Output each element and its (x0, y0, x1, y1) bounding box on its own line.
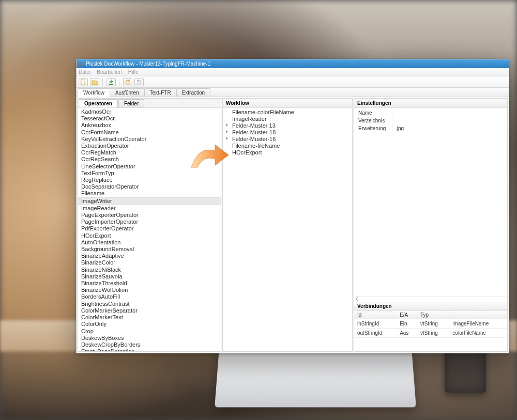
table-header[interactable]: E/A (397, 311, 417, 319)
caret-right-icon[interactable] (226, 123, 228, 127)
list-item[interactable]: BinarizeThreshold (78, 280, 221, 287)
list-item[interactable]: KeyValExtractionOperator (78, 136, 221, 143)
new-file-icon[interactable] (79, 78, 88, 86)
tabstrip: Workflow Ausführen Text-FTR Extraction (77, 88, 509, 97)
list-item[interactable]: DeskewByBoxes (78, 335, 221, 341)
save-icon[interactable] (107, 78, 116, 86)
tab-workflow[interactable]: Workflow (78, 88, 110, 97)
table-header[interactable]: Typ (417, 311, 449, 319)
list-item[interactable]: DocSeparatorOperator (78, 183, 221, 190)
operators-list[interactable]: KadmosOcrTesseractOcrAnkreuzboxOcrFormNa… (78, 108, 221, 351)
settings-grid: NameVerzeichnisErweiterung.jpg (354, 108, 507, 204)
subtab-operatoren[interactable]: Operatoren (79, 99, 118, 107)
svg-rect-2 (109, 84, 113, 85)
list-item[interactable]: LineSelectorOperator (78, 163, 221, 170)
list-item[interactable]: ColorMarkerText (78, 314, 221, 321)
list-item[interactable]: Filename (78, 190, 221, 197)
list-item[interactable]: PdfExporterOperator (78, 225, 221, 232)
undo-icon[interactable] (123, 78, 132, 86)
workflow-header: Workflow (223, 99, 352, 108)
list-item[interactable]: EmptyPageDetection (78, 348, 221, 351)
table-row[interactable]: inStringIdEinvtStringimageFileName (354, 319, 507, 329)
list-item[interactable]: BinarizeAdaptive (78, 253, 221, 259)
list-item[interactable]: ExtractionOperator (78, 143, 221, 149)
list-item[interactable]: OcrRegSearch (78, 156, 221, 163)
tree-item[interactable]: Filename-colorFileName (223, 109, 352, 116)
menubar: Datei Bearbeiten Hilfe (77, 68, 509, 76)
caret-right-icon[interactable] (226, 130, 228, 133)
list-item[interactable]: AutoOrientation (78, 239, 221, 246)
window-title: Plustek DocWorkflow - Muster13-TypingFR-… (86, 61, 210, 67)
settings-header: Einstellungen (354, 99, 507, 108)
subtab-felder[interactable]: Felder (118, 99, 144, 107)
list-item[interactable]: ImageReader (78, 205, 221, 212)
list-item[interactable]: PageExporterOperator (78, 212, 221, 219)
list-item[interactable]: BinarizeColor (78, 259, 221, 266)
menu-hilfe[interactable]: Hilfe (128, 69, 139, 75)
list-item[interactable]: DeskewCropByBorders (78, 341, 221, 348)
setting-row[interactable]: Name (354, 109, 507, 117)
list-item[interactable]: KadmosOcr (78, 108, 221, 115)
tree-item[interactable]: ImageReader (223, 116, 352, 122)
right-panel: Einstellungen NameVerzeichnisErweiterung… (354, 98, 508, 352)
tree-item[interactable]: Felder-Muster 13 (223, 122, 352, 129)
list-item[interactable]: BinarizeWolfJolion (78, 287, 221, 293)
list-item[interactable]: BackgroundRemoval (78, 246, 221, 253)
tree-item[interactable]: Filename-fileName (223, 143, 352, 149)
connections-table: IdE/ATyp inStringIdEinvtStringimageFileN… (354, 311, 507, 338)
app-window: Plustek DocWorkflow - Muster13-TypingFR-… (76, 59, 509, 353)
tree-item[interactable]: Felder-Muster-18 (223, 129, 352, 136)
svg-rect-1 (81, 80, 85, 81)
setting-row[interactable]: Erweiterung.jpg (354, 125, 507, 132)
connections-header: Verbindungen (354, 302, 507, 311)
table-header[interactable] (449, 311, 507, 319)
redo-icon[interactable] (134, 78, 144, 86)
workflow-panel: Workflow Filename-colorFileNameImageRead… (222, 98, 353, 352)
tab-extraction[interactable]: Extraction (176, 88, 210, 97)
tab-text-ftr[interactable]: Text-FTR (144, 88, 177, 97)
scroll-left-icon[interactable] (354, 297, 507, 301)
table-row[interactable]: outStringIdAusvtStringcolorFileName (354, 329, 507, 338)
workflow-tree[interactable]: Filename-colorFileNameImageReaderFelder-… (223, 108, 352, 351)
caret-right-icon[interactable] (226, 137, 228, 140)
list-item[interactable]: PageImporterOperator (78, 219, 221, 225)
operators-panel: Operatoren Felder KadmosOcrTesseractOcrA… (78, 98, 221, 352)
app-logo-icon (79, 61, 84, 67)
list-item[interactable]: TextFormTyp (78, 170, 221, 177)
list-item[interactable]: ColorOnly (78, 321, 221, 328)
list-item[interactable]: Ankreuzbox (78, 122, 221, 129)
toolbar (77, 76, 509, 88)
tab-ausfuehren[interactable]: Ausführen (110, 88, 145, 97)
tree-item[interactable]: HOcrExport (223, 149, 352, 156)
menu-datei[interactable]: Datei (79, 69, 90, 75)
list-item[interactable]: BrightnessContrast (78, 301, 221, 307)
list-item[interactable]: Crop (78, 328, 221, 335)
tree-item[interactable]: Felder-Muster-16 (223, 136, 352, 143)
menu-bearbeiten[interactable]: Bearbeiten (97, 69, 121, 75)
list-item[interactable]: BordersAutoFill (78, 293, 221, 300)
list-item[interactable]: ImageWriter (78, 197, 221, 205)
list-item[interactable]: BinarizeNiBlack (78, 267, 221, 273)
open-folder-icon[interactable] (90, 78, 99, 86)
list-item[interactable]: RegReplace (78, 177, 221, 183)
list-item[interactable]: HOcrExport (78, 232, 221, 239)
list-item[interactable]: OcrRegMatch (78, 149, 221, 156)
list-item[interactable]: TesseractOcr (78, 115, 221, 122)
table-header[interactable]: Id (354, 311, 397, 319)
titlebar[interactable]: Plustek DocWorkflow - Muster13-TypingFR-… (77, 59, 509, 68)
list-item[interactable]: OcrFormName (78, 129, 221, 136)
setting-row[interactable]: Verzeichnis (354, 117, 507, 125)
list-item[interactable]: BinarizeSauvola (78, 273, 221, 280)
list-item[interactable]: ColorMarkerSeparator (78, 307, 221, 314)
